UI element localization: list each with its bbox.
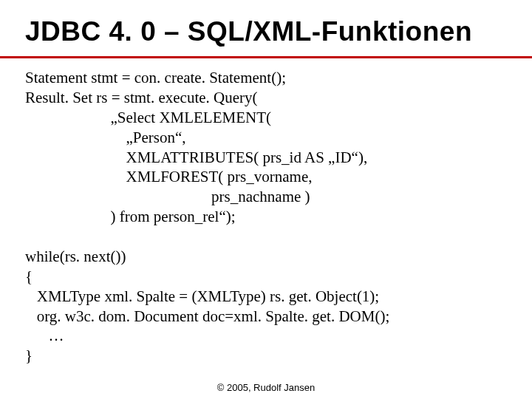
title-underline <box>0 56 532 58</box>
slide-title: JDBC 4. 0 – SQL/XML-Funktionen <box>25 16 517 47</box>
copyright-footer: © 2005, Rudolf Jansen <box>0 382 532 393</box>
slide: JDBC 4. 0 – SQL/XML-Funktionen Statement… <box>0 0 532 399</box>
code-block: Statement stmt = con. create. Statement(… <box>25 68 517 366</box>
